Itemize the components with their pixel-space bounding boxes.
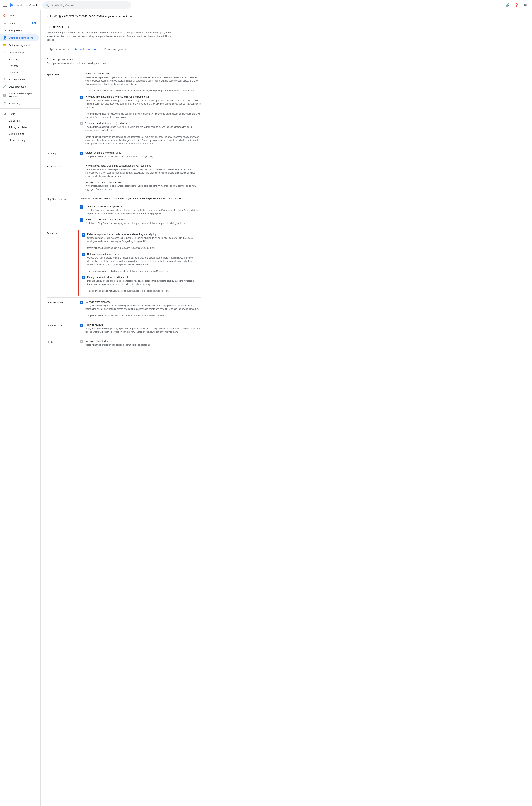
- sidebar-item-emaillists[interactable]: Email lists: [0, 117, 39, 124]
- download-icon: ⬇: [3, 51, 7, 54]
- hamburger-menu[interactable]: [3, 3, 7, 7]
- sidebar-item-orders[interactable]: 💳 Order management: [0, 41, 39, 49]
- sidebar-item-account[interactable]: ℹ Account details: [0, 76, 39, 83]
- checkbox-release-testing-box[interactable]: [82, 253, 85, 256]
- checkbox-publish-play-games-box[interactable]: [80, 219, 83, 222]
- sidebar-label-download: Download reports: [9, 51, 28, 54]
- group-items-policy: Manage policy declarations Users with th…: [80, 340, 201, 346]
- permission-item-edit-play-games: Edit Play Games services projects Edit P…: [80, 205, 201, 215]
- checkbox-publish-play-games[interactable]: [80, 219, 83, 222]
- checkbox-manage-testing-box[interactable]: [82, 276, 85, 279]
- permission-item-view-financial: View financial data, orders and cancella…: [80, 164, 201, 178]
- permission-group-policy: Policy Manage policy declarations Users …: [46, 337, 201, 350]
- logo[interactable]: Google Play Console: [10, 3, 38, 7]
- top-nav: Google Play Console 🔍 🔗 ❓ ⊞: [0, 0, 532, 10]
- checkbox-manage-orders[interactable]: [80, 181, 83, 185]
- group-label-releases: Releases: [46, 231, 80, 235]
- group-label-store-presence: Store presence: [46, 301, 80, 304]
- checkbox-view-quality[interactable]: [80, 122, 83, 126]
- checkbox-reply-reviews-box[interactable]: [80, 324, 83, 327]
- permission-item-view-app-info: View app information and download bulk r…: [80, 95, 201, 119]
- checkbox-view-financial[interactable]: [80, 165, 83, 168]
- perm-name-manage-store: Manage store presence: [86, 301, 201, 303]
- group-label-app-access: App access: [46, 72, 80, 76]
- apps-icon-button[interactable]: ⊞: [522, 1, 529, 9]
- inbox-icon: ✉: [3, 21, 7, 25]
- perm-name-view-app-info: View app information and download bulk r…: [86, 95, 201, 98]
- sidebar-item-statistics[interactable]: Statistics: [0, 63, 39, 69]
- sidebar-item-setup[interactable]: ⚙ Setup: [0, 110, 39, 117]
- checkbox-release-testing[interactable]: [82, 253, 85, 256]
- checkbox-admin-box[interactable]: [80, 73, 83, 76]
- sidebar-item-pricing[interactable]: Pricing templates: [0, 124, 39, 130]
- checkbox-release-production[interactable]: [82, 233, 85, 237]
- sidebar-item-download[interactable]: ⬇ Download reports: [0, 49, 39, 56]
- permission-group-play-games: Play Games services With Play Games serv…: [46, 194, 201, 228]
- perm-desc-manage-orders: View orders, refund orders and cancel su…: [86, 184, 201, 191]
- permission-group-draft-apps: Draft apps Create, edit and delete draft…: [46, 148, 201, 161]
- sidebar-item-users[interactable]: 👤 Users and permissions: [0, 34, 39, 41]
- permission-item-manage-orders: Manage orders and subscriptions View ord…: [80, 181, 201, 191]
- checkbox-view-financial-box[interactable]: [80, 165, 83, 168]
- checkbox-edit-play-games[interactable]: [80, 205, 83, 209]
- sidebar-label-associated: Associated developer accounts: [9, 92, 36, 98]
- permission-item-publish-play-games: Publish Play Games services projects Pub…: [80, 218, 201, 225]
- search-input[interactable]: [51, 4, 128, 7]
- checkbox-manage-testing[interactable]: [82, 276, 85, 279]
- perm-name-view-quality: View app quality information (read-only): [86, 122, 201, 125]
- sidebar-item-inbox[interactable]: ✉ Inbox 20: [0, 19, 39, 26]
- permission-item-view-quality: View app quality information (read-only)…: [80, 122, 201, 145]
- permission-item-manage-policy: Manage policy declarations Users with th…: [80, 340, 201, 346]
- help-icon-button[interactable]: ❓: [513, 1, 520, 9]
- developer-icon: 🔗: [3, 85, 7, 89]
- sidebar-item-activitylog[interactable]: 📋 Activity log: [0, 100, 39, 107]
- perm-desc-view-app-info: View all app information, including any …: [86, 99, 201, 119]
- checkbox-view-app-info-box[interactable]: [80, 96, 83, 99]
- checkbox-create-draft[interactable]: [80, 152, 83, 155]
- perm-desc-manage-testing: Manage users, groups and domains on test…: [87, 279, 199, 293]
- sidebar-item-reviews[interactable]: Reviews: [0, 56, 39, 63]
- perm-desc-manage-policy: Users with this permission can edit and …: [86, 343, 201, 346]
- checkbox-manage-policy[interactable]: [80, 340, 83, 343]
- link-icon-button[interactable]: 🔗: [504, 1, 511, 9]
- checkbox-edit-play-games-box[interactable]: [80, 205, 83, 209]
- app-layout: 🏠 Home ✉ Inbox 20 🛡 Policy status 👤 User…: [0, 10, 532, 806]
- permission-group-financial: Financial data View financial data, orde…: [46, 161, 201, 194]
- sidebar-label-reviews: Reviews: [9, 58, 18, 61]
- checkbox-release-production-box[interactable]: [82, 233, 85, 237]
- group-items-draft-apps: Create, edit and delete draft apps This …: [80, 151, 201, 158]
- perm-name-reply-reviews: Reply to reviews: [86, 323, 201, 326]
- top-nav-right: 🔗 ❓ ⊞: [504, 1, 529, 9]
- inbox-badge: 20: [32, 22, 36, 24]
- checkbox-manage-store-box[interactable]: [80, 301, 83, 304]
- releases-highlight-box: Release to production, exclude devices a…: [78, 229, 203, 296]
- tab-permission-groups[interactable]: Permission groups: [101, 45, 129, 53]
- checkbox-admin[interactable]: [80, 73, 83, 76]
- permission-item-create-draft: Create, edit and delete draft apps This …: [80, 151, 201, 158]
- perm-text-create-draft: Create, edit and delete draft apps This …: [86, 151, 201, 158]
- checkbox-view-app-info[interactable]: [80, 96, 83, 99]
- checkbox-manage-orders-box[interactable]: [80, 181, 83, 185]
- checkbox-manage-store[interactable]: [80, 301, 83, 304]
- sidebar-item-gameprojects[interactable]: Game projects: [0, 130, 39, 137]
- play-games-intro: With Play Games services you can add eng…: [80, 197, 201, 200]
- sidebar-item-financial[interactable]: Financial: [0, 69, 39, 76]
- permission-group-releases: Releases Release to production, exclude …: [46, 228, 201, 297]
- sidebar-item-associated[interactable]: 🏢 Associated developer accounts: [0, 90, 39, 100]
- perm-text-manage-testing: Manage testing tracks and edit tester li…: [87, 276, 199, 293]
- tab-app-permissions[interactable]: App permissions: [46, 45, 72, 53]
- account-permissions-title: Account permissions: [46, 58, 201, 61]
- checkbox-reply-reviews[interactable]: [80, 324, 83, 327]
- sidebar-item-policy[interactable]: 🛡 Policy status: [0, 26, 39, 34]
- account-icon: ℹ: [3, 77, 7, 81]
- checkbox-view-quality-box[interactable]: [80, 122, 83, 126]
- sidebar-label-users: Users and permissions: [9, 36, 33, 39]
- sidebar-item-home[interactable]: 🏠 Home: [0, 12, 39, 19]
- checkbox-manage-policy-box[interactable]: [80, 340, 83, 343]
- sidebar-item-licence[interactable]: Licence testing: [0, 137, 39, 144]
- sidebar-item-developer[interactable]: 🔗 Developer page: [0, 83, 39, 90]
- tab-account-permissions[interactable]: Account permissions: [72, 45, 101, 53]
- sidebar-label-pricing: Pricing templates: [9, 126, 27, 129]
- checkbox-create-draft-box[interactable]: [80, 152, 83, 155]
- associated-icon: 🏢: [3, 93, 7, 97]
